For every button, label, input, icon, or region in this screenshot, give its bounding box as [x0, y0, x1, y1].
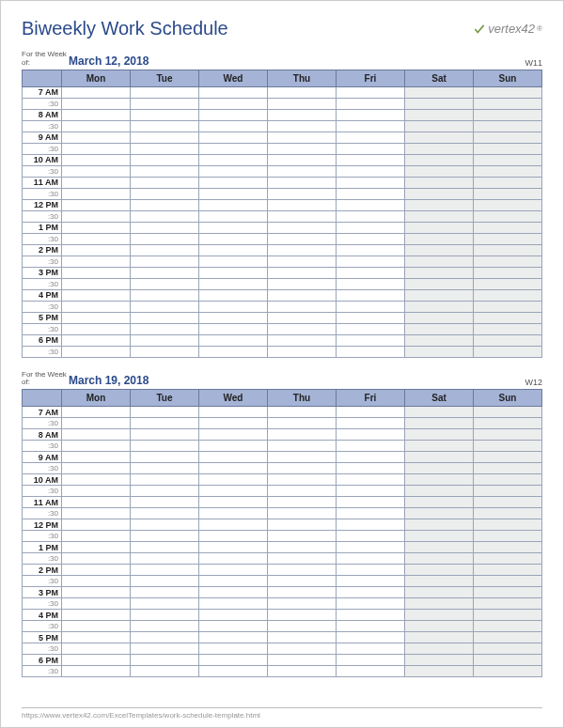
schedule-cell[interactable] — [405, 441, 474, 452]
schedule-cell[interactable] — [199, 154, 268, 165]
schedule-cell[interactable] — [337, 666, 405, 677]
schedule-cell[interactable] — [62, 278, 131, 289]
schedule-cell[interactable] — [337, 632, 405, 643]
schedule-cell[interactable] — [268, 598, 337, 610]
schedule-cell[interactable] — [474, 565, 542, 576]
schedule-cell[interactable] — [131, 143, 199, 154]
schedule-cell[interactable] — [405, 463, 474, 474]
schedule-cell[interactable] — [62, 98, 131, 109]
schedule-cell[interactable] — [268, 519, 337, 531]
schedule-cell[interactable] — [131, 632, 199, 643]
schedule-cell[interactable] — [131, 486, 199, 497]
schedule-cell[interactable] — [199, 120, 268, 132]
schedule-cell[interactable] — [199, 334, 268, 346]
schedule-cell[interactable] — [268, 244, 337, 256]
schedule-cell[interactable] — [199, 632, 268, 643]
schedule-cell[interactable] — [337, 429, 405, 441]
schedule-cell[interactable] — [199, 565, 268, 576]
schedule-cell[interactable] — [199, 542, 268, 553]
schedule-cell[interactable] — [337, 346, 405, 357]
schedule-cell[interactable] — [337, 86, 405, 98]
schedule-cell[interactable] — [474, 188, 542, 199]
schedule-cell[interactable] — [337, 132, 405, 143]
schedule-cell[interactable] — [268, 441, 337, 452]
schedule-cell[interactable] — [131, 109, 199, 120]
schedule-cell[interactable] — [62, 463, 131, 474]
schedule-cell[interactable] — [474, 177, 542, 188]
schedule-cell[interactable] — [62, 165, 131, 177]
schedule-cell[interactable] — [337, 474, 405, 486]
schedule-cell[interactable] — [405, 621, 474, 632]
schedule-cell[interactable] — [62, 199, 131, 210]
schedule-cell[interactable] — [62, 334, 131, 346]
schedule-cell[interactable] — [131, 267, 199, 278]
schedule-cell[interactable] — [474, 452, 542, 463]
schedule-cell[interactable] — [474, 610, 542, 621]
schedule-cell[interactable] — [405, 346, 474, 357]
schedule-cell[interactable] — [405, 267, 474, 278]
schedule-cell[interactable] — [405, 289, 474, 301]
schedule-cell[interactable] — [268, 463, 337, 474]
schedule-cell[interactable] — [474, 407, 542, 418]
schedule-cell[interactable] — [268, 655, 337, 666]
schedule-cell[interactable] — [199, 655, 268, 666]
schedule-cell[interactable] — [131, 531, 199, 542]
schedule-cell[interactable] — [474, 418, 542, 429]
schedule-cell[interactable] — [62, 301, 131, 312]
schedule-cell[interactable] — [199, 210, 268, 222]
schedule-cell[interactable] — [131, 497, 199, 508]
schedule-cell[interactable] — [131, 177, 199, 188]
schedule-cell[interactable] — [62, 565, 131, 576]
schedule-cell[interactable] — [131, 621, 199, 632]
schedule-cell[interactable] — [131, 154, 199, 165]
schedule-cell[interactable] — [405, 497, 474, 508]
schedule-cell[interactable] — [199, 323, 268, 334]
schedule-cell[interactable] — [337, 210, 405, 222]
schedule-cell[interactable] — [62, 222, 131, 233]
schedule-cell[interactable] — [474, 312, 542, 323]
schedule-cell[interactable] — [62, 86, 131, 98]
schedule-cell[interactable] — [474, 323, 542, 334]
schedule-cell[interactable] — [131, 256, 199, 267]
schedule-cell[interactable] — [62, 587, 131, 598]
schedule-cell[interactable] — [268, 542, 337, 553]
schedule-cell[interactable] — [62, 531, 131, 542]
schedule-cell[interactable] — [131, 334, 199, 346]
schedule-cell[interactable] — [268, 407, 337, 418]
schedule-cell[interactable] — [62, 312, 131, 323]
schedule-cell[interactable] — [474, 497, 542, 508]
schedule-cell[interactable] — [131, 452, 199, 463]
schedule-cell[interactable] — [62, 154, 131, 165]
schedule-cell[interactable] — [131, 655, 199, 666]
schedule-cell[interactable] — [268, 188, 337, 199]
schedule-cell[interactable] — [131, 407, 199, 418]
schedule-cell[interactable] — [62, 610, 131, 621]
schedule-cell[interactable] — [474, 109, 542, 120]
schedule-cell[interactable] — [474, 463, 542, 474]
schedule-cell[interactable] — [405, 666, 474, 677]
schedule-cell[interactable] — [199, 474, 268, 486]
schedule-cell[interactable] — [268, 132, 337, 143]
schedule-cell[interactable] — [199, 188, 268, 199]
schedule-cell[interactable] — [131, 132, 199, 143]
schedule-cell[interactable] — [337, 452, 405, 463]
schedule-cell[interactable] — [474, 120, 542, 132]
schedule-cell[interactable] — [474, 334, 542, 346]
schedule-cell[interactable] — [268, 120, 337, 132]
schedule-cell[interactable] — [199, 418, 268, 429]
schedule-cell[interactable] — [199, 244, 268, 256]
schedule-cell[interactable] — [337, 256, 405, 267]
schedule-cell[interactable] — [405, 655, 474, 666]
schedule-cell[interactable] — [405, 542, 474, 553]
schedule-cell[interactable] — [62, 233, 131, 244]
schedule-cell[interactable] — [337, 312, 405, 323]
schedule-cell[interactable] — [337, 143, 405, 154]
schedule-cell[interactable] — [62, 132, 131, 143]
schedule-cell[interactable] — [268, 301, 337, 312]
schedule-cell[interactable] — [131, 474, 199, 486]
schedule-cell[interactable] — [131, 542, 199, 553]
schedule-cell[interactable] — [131, 576, 199, 587]
schedule-cell[interactable] — [62, 346, 131, 357]
schedule-cell[interactable] — [199, 463, 268, 474]
schedule-cell[interactable] — [405, 407, 474, 418]
